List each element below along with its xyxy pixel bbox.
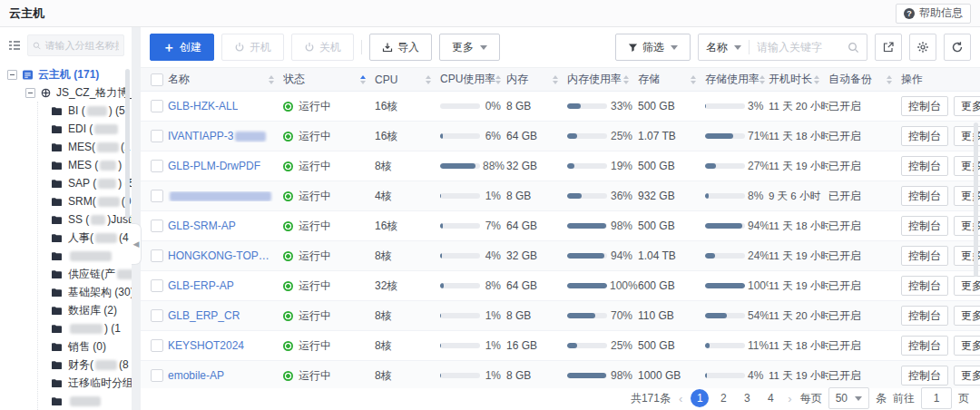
- vm-name-link[interactable]: GLB-ERP-AP: [168, 279, 234, 292]
- page-number[interactable]: 4: [761, 389, 779, 407]
- row-more-button[interactable]: 更多: [954, 306, 980, 326]
- more-button[interactable]: 更多: [439, 34, 500, 61]
- help-button[interactable]: ? 帮助信息: [896, 4, 971, 24]
- row-more-button[interactable]: 更多: [954, 336, 980, 356]
- page-size-select[interactable]: 50: [828, 387, 869, 409]
- collapse-toggle-icon[interactable]: [7, 70, 17, 80]
- sort-icon[interactable]: [495, 75, 501, 84]
- search-icon[interactable]: [848, 42, 859, 54]
- vm-name-link[interactable]: KEYSHOT2024: [168, 339, 244, 352]
- vm-name-link[interactable]: GLB-PLM-DrwPDF: [168, 160, 260, 172]
- tree-groups: BI () (5EDI (MES((1MES () (SAP () (5SRM(…: [37, 102, 132, 410]
- tree-item-group[interactable]: 供应链(产: [38, 265, 132, 283]
- next-page-icon[interactable]: ›: [786, 392, 793, 405]
- sort-icon[interactable]: [760, 75, 765, 84]
- keyword-search-input[interactable]: [750, 41, 848, 54]
- tree-item-zone[interactable]: JS_CZ_格力博_AZ1 (: [25, 83, 132, 102]
- search-field-select[interactable]: 名称: [699, 40, 749, 55]
- sort-icon[interactable]: [691, 75, 696, 84]
- sort-icon[interactable]: [623, 75, 629, 84]
- vm-name-link[interactable]: GLB-HZK-ALL: [168, 100, 238, 112]
- console-button[interactable]: 控制台: [901, 336, 948, 356]
- row-checkbox[interactable]: [151, 369, 163, 382]
- tree-item-group[interactable]: 迁移临时分组 (: [38, 374, 132, 392]
- sort-icon[interactable]: [887, 75, 892, 84]
- tree-item-group[interactable]: [38, 247, 132, 265]
- import-button[interactable]: 导入: [369, 34, 432, 61]
- tree-item-group[interactable]: ) (1: [38, 319, 132, 337]
- tree-item-group[interactable]: MES((1: [38, 138, 132, 156]
- tree-item-group[interactable]: [38, 392, 132, 410]
- table-scrollbar[interactable]: [974, 122, 978, 277]
- sort-icon[interactable]: [360, 75, 366, 84]
- group-search-input[interactable]: [44, 40, 119, 51]
- console-button[interactable]: 控制台: [901, 96, 948, 116]
- vm-name-link[interactable]: IVANTIAPP-3: [168, 130, 233, 142]
- sort-icon[interactable]: [426, 75, 431, 84]
- tree-item-group[interactable]: 数据库 (2): [38, 301, 132, 319]
- console-button[interactable]: 控制台: [901, 366, 948, 386]
- console-button[interactable]: 控制台: [901, 246, 948, 266]
- page-number[interactable]: 3: [738, 389, 756, 407]
- tree-item-group[interactable]: EDI (: [38, 120, 132, 138]
- sort-icon[interactable]: [269, 75, 274, 84]
- power-off-button[interactable]: 关机: [291, 34, 354, 61]
- sidebar-collapse-handle[interactable]: ◀: [132, 223, 142, 265]
- goto-page-input[interactable]: [921, 387, 952, 409]
- export-button[interactable]: [875, 34, 902, 61]
- create-button[interactable]: ＋ 创建: [150, 34, 214, 61]
- tree-item-group[interactable]: 销售 (0): [38, 337, 132, 356]
- console-button[interactable]: 控制台: [901, 156, 948, 176]
- row-more-button[interactable]: 更多: [954, 276, 980, 296]
- console-button[interactable]: 控制台: [901, 216, 948, 236]
- row-more-button[interactable]: 更多: [954, 96, 980, 116]
- vm-name-link[interactable]: GLB-SRM-AP: [168, 220, 236, 232]
- row-checkbox[interactable]: [151, 339, 163, 352]
- usage-bar: [567, 163, 607, 169]
- page-number[interactable]: 1: [691, 389, 709, 407]
- group-search-box[interactable]: [27, 34, 124, 56]
- page-number[interactable]: 2: [714, 389, 732, 407]
- row-checkbox[interactable]: [151, 309, 163, 322]
- row-checkbox[interactable]: [151, 130, 163, 142]
- row-checkbox[interactable]: [151, 279, 163, 292]
- refresh-button[interactable]: [944, 34, 971, 61]
- vm-name-link[interactable]: HONGKONG-TOPGP-APDB: [168, 249, 278, 262]
- sort-icon[interactable]: [553, 75, 558, 84]
- group-label: SAP () (5: [68, 177, 132, 190]
- power-on-button[interactable]: 开机: [221, 34, 284, 61]
- tree-item-group[interactable]: MES () (: [38, 156, 132, 174]
- tree-item-group[interactable]: 基础架构 (30): [38, 283, 132, 301]
- tree-list-icon[interactable]: [7, 38, 22, 53]
- prev-page-icon[interactable]: ‹: [677, 392, 684, 405]
- tree-item-group[interactable]: 人事((4: [38, 229, 132, 247]
- tree-item-group[interactable]: 财务((8: [38, 356, 132, 374]
- row-checkbox[interactable]: [151, 249, 163, 262]
- usage-bar: [440, 253, 480, 259]
- tree-item-group[interactable]: BI () (5: [38, 102, 132, 120]
- filter-button[interactable]: 筛选: [615, 34, 691, 61]
- console-button[interactable]: 控制台: [901, 186, 948, 206]
- row-more-button[interactable]: 更多: [954, 366, 980, 386]
- tree-item-group[interactable]: SRM((0: [38, 192, 132, 210]
- console-button[interactable]: 控制台: [901, 126, 948, 146]
- tree-item-group[interactable]: SS ()Justi: [38, 210, 132, 229]
- sidebar-scrollbar[interactable]: [125, 69, 130, 219]
- row-checkbox[interactable]: [151, 220, 163, 232]
- console-button[interactable]: 控制台: [901, 276, 948, 296]
- select-all-checkbox[interactable]: [151, 73, 163, 86]
- vm-name-link[interactable]: emobile-AP: [168, 369, 224, 382]
- cpu-cores-cell: 8核: [375, 308, 440, 324]
- settings-button[interactable]: [909, 34, 936, 61]
- row-checkbox[interactable]: [151, 190, 163, 202]
- row-checkbox[interactable]: [151, 160, 163, 172]
- tree-item-root[interactable]: 云主机 (171): [7, 65, 132, 83]
- sort-down-icon: [623, 81, 629, 84]
- folder-icon: [51, 287, 63, 298]
- tree-item-group[interactable]: SAP () (5: [38, 174, 132, 192]
- vm-name-link[interactable]: GLB_ERP_CR: [168, 309, 240, 322]
- sort-icon[interactable]: [814, 75, 819, 84]
- row-checkbox[interactable]: [151, 100, 163, 112]
- console-button[interactable]: 控制台: [901, 306, 948, 326]
- collapse-toggle-icon[interactable]: [25, 88, 35, 98]
